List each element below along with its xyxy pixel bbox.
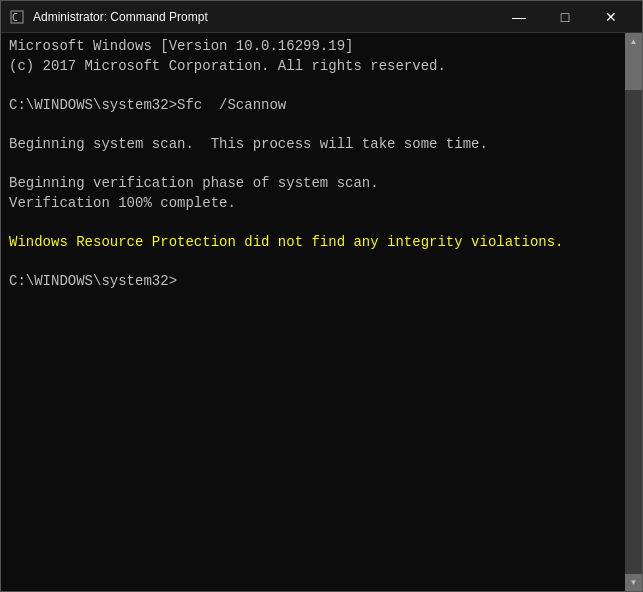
minimize-button[interactable]: — <box>496 1 542 33</box>
title-bar: C Administrator: Command Prompt — □ ✕ <box>1 1 642 33</box>
command-prompt-window: C Administrator: Command Prompt — □ ✕ Mi… <box>0 0 643 592</box>
terminal-text: Microsoft Windows [Version 10.0.16299.19… <box>9 37 617 292</box>
window-icon: C <box>9 9 25 25</box>
scrollbar-track[interactable] <box>625 50 642 574</box>
maximize-button[interactable]: □ <box>542 1 588 33</box>
close-button[interactable]: ✕ <box>588 1 634 33</box>
terminal-output[interactable]: Microsoft Windows [Version 10.0.16299.19… <box>1 33 625 591</box>
scroll-down-button[interactable]: ▼ <box>625 574 642 591</box>
svg-text:C: C <box>12 12 18 23</box>
window-title: Administrator: Command Prompt <box>33 10 496 24</box>
scroll-up-button[interactable]: ▲ <box>625 33 642 50</box>
window-controls: — □ ✕ <box>496 1 634 33</box>
content-area: Microsoft Windows [Version 10.0.16299.19… <box>1 33 642 591</box>
scrollbar[interactable]: ▲ ▼ <box>625 33 642 591</box>
scrollbar-thumb[interactable] <box>625 50 642 90</box>
